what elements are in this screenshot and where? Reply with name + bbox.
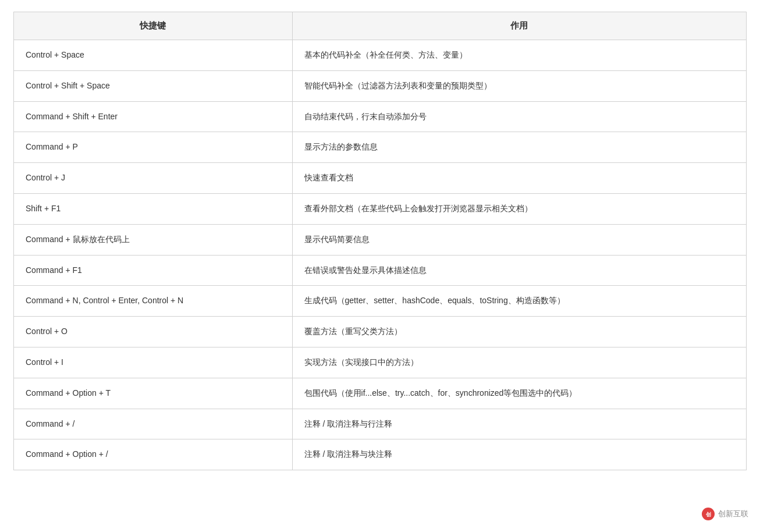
table-row: Control + Space基本的代码补全（补全任何类、方法、变量） bbox=[14, 40, 746, 71]
shortcut-table-container: 快捷键 作用 Control + Space基本的代码补全（补全任何类、方法、变… bbox=[13, 12, 747, 470]
shortcut-cell: Control + Shift + Space bbox=[14, 70, 292, 101]
watermark-icon: 创 bbox=[703, 509, 713, 519]
table-row: Command + N, Control + Enter, Control + … bbox=[14, 286, 746, 317]
shortcut-cell: Command + / bbox=[14, 409, 292, 439]
watermark-logo: 创 bbox=[702, 508, 715, 520]
description-cell: 生成代码（getter、setter、hashCode、equals、toStr… bbox=[292, 286, 746, 317]
watermark: 创 创新互联 bbox=[702, 508, 748, 520]
shortcut-cell: Control + Space bbox=[14, 40, 292, 71]
description-cell: 在错误或警告处显示具体描述信息 bbox=[292, 255, 746, 286]
header-description: 作用 bbox=[292, 12, 746, 40]
shortcut-cell: Control + I bbox=[14, 347, 292, 378]
table-row: Control + O覆盖方法（重写父类方法） bbox=[14, 317, 746, 347]
shortcut-cell: Command + N, Control + Enter, Control + … bbox=[14, 286, 292, 317]
description-cell: 注释 / 取消注释与块注释 bbox=[292, 439, 746, 470]
table-row: Command + P显示方法的参数信息 bbox=[14, 132, 746, 163]
description-cell: 覆盖方法（重写父类方法） bbox=[292, 317, 746, 347]
shortcut-cell: Command + Shift + Enter bbox=[14, 101, 292, 132]
description-cell: 查看外部文档（在某些代码上会触发打开浏览器显示相关文档） bbox=[292, 193, 746, 224]
shortcut-cell: Command + F1 bbox=[14, 255, 292, 286]
description-cell: 包围代码（使用if...else、try...catch、for、synchro… bbox=[292, 378, 746, 409]
table-row: Command + Shift + Enter自动结束代码，行末自动添加分号 bbox=[14, 101, 746, 132]
table-row: Control + I实现方法（实现接口中的方法） bbox=[14, 347, 746, 378]
table-row: Command + /注释 / 取消注释与行注释 bbox=[14, 409, 746, 439]
description-cell: 基本的代码补全（补全任何类、方法、变量） bbox=[292, 40, 746, 71]
shortcut-cell: Shift + F1 bbox=[14, 193, 292, 224]
description-cell: 自动结束代码，行末自动添加分号 bbox=[292, 101, 746, 132]
description-cell: 注释 / 取消注释与行注释 bbox=[292, 409, 746, 439]
description-cell: 智能代码补全（过滤器方法列表和变量的预期类型） bbox=[292, 70, 746, 101]
table-row: Command + F1在错误或警告处显示具体描述信息 bbox=[14, 255, 746, 286]
shortcut-cell: Command + P bbox=[14, 132, 292, 163]
shortcut-table: 快捷键 作用 Control + Space基本的代码补全（补全任何类、方法、变… bbox=[14, 12, 746, 470]
shortcut-cell: Command + 鼠标放在代码上 bbox=[14, 224, 292, 255]
shortcut-cell: Command + Option + / bbox=[14, 439, 292, 470]
description-cell: 显示代码简要信息 bbox=[292, 224, 746, 255]
shortcut-cell: Control + O bbox=[14, 317, 292, 347]
shortcut-cell: Control + J bbox=[14, 163, 292, 194]
table-row: Command + Option + T包围代码（使用if...else、try… bbox=[14, 378, 746, 409]
description-cell: 快速查看文档 bbox=[292, 163, 746, 194]
table-row: Control + J快速查看文档 bbox=[14, 163, 746, 194]
description-cell: 显示方法的参数信息 bbox=[292, 132, 746, 163]
table-row: Command + 鼠标放在代码上显示代码简要信息 bbox=[14, 224, 746, 255]
watermark-text: 创新互联 bbox=[718, 509, 748, 519]
table-row: Command + Option + /注释 / 取消注释与块注释 bbox=[14, 439, 746, 470]
description-cell: 实现方法（实现接口中的方法） bbox=[292, 347, 746, 378]
table-row: Shift + F1查看外部文档（在某些代码上会触发打开浏览器显示相关文档） bbox=[14, 193, 746, 224]
table-row: Control + Shift + Space智能代码补全（过滤器方法列表和变量… bbox=[14, 70, 746, 101]
table-header-row: 快捷键 作用 bbox=[14, 12, 746, 40]
shortcut-cell: Command + Option + T bbox=[14, 378, 292, 409]
header-shortcut: 快捷键 bbox=[14, 12, 292, 40]
svg-text:创: 创 bbox=[705, 512, 711, 517]
